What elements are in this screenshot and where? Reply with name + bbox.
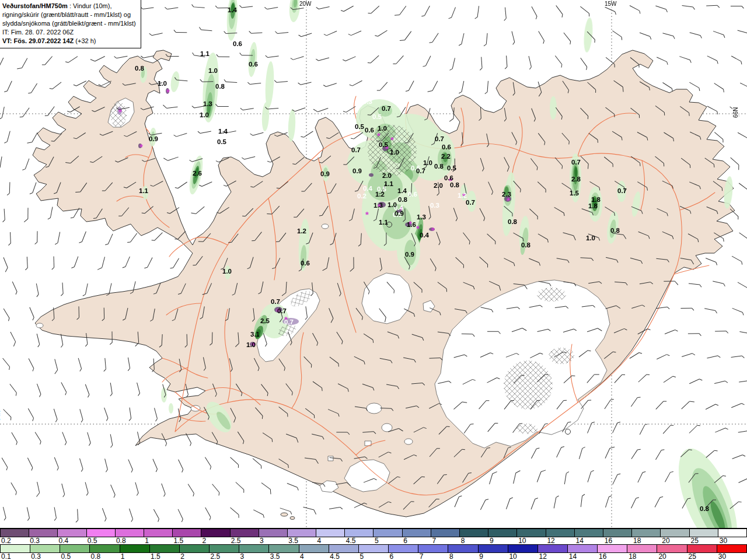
precip-value-label: 1.0 [222,268,232,275]
precip-value-label: 1.1 [379,219,389,226]
precip-value-label: 0.7 [617,187,627,194]
precip-value-label: 0.6 [408,191,417,198]
sleet-snow-segment [58,529,86,537]
precip-value-label: 0.7 [284,318,294,326]
precip-value-label: 0.8 [215,83,225,90]
precip-value-label: 0.7 [466,199,475,206]
precip-value-label: 0.9 [149,135,158,142]
hatch-area [537,288,566,302]
rain-segment [657,545,687,552]
rain-segment [329,545,359,552]
sleet-snow-segment [632,529,661,537]
legend-tick-label: 1.5 [173,537,183,544]
legend-tick-label: 0.8 [116,537,126,544]
precip-value-label: 0.4 [363,185,373,192]
precip-value-label: 1.3 [203,100,212,107]
legend-tick-label: 0.2 [1,537,11,544]
precip-value-label: 0.3 [430,202,439,209]
precip-value-label: 2.5 [260,317,270,324]
legend-tick-label: 0.5 [61,553,71,560]
hatch-area [504,360,553,410]
legend-tick-label: 16 [599,553,606,560]
legend-tick-label: 9 [490,537,494,544]
sleet-snow-segment [116,529,144,537]
precip-value-label: 0.4 [420,232,430,239]
rain-segment [389,545,418,552]
precip-value-label: 2.3 [502,191,511,198]
precip-value-label: 0.5 [217,138,227,145]
lake [404,439,413,444]
legend-tick-label: 16 [605,537,612,544]
legend-tick-label: 18 [629,553,636,560]
legend-tick-label: 4 [317,537,322,544]
rain-segment [0,545,30,552]
precip-value-label: 0.7 [271,298,280,305]
rain-segment [180,545,210,552]
precip-value-label: 1.4 [228,6,238,13]
legend-tick-label: 0.3 [31,553,41,560]
precip-value-label: 1.0 [388,201,397,208]
sleet-snow-segment [403,529,431,537]
sleet-marker: * [390,135,394,145]
sleet-snow-segment [718,529,747,537]
sleet-snow-segment [374,529,402,537]
rain-segment [687,545,717,552]
meridian-label: 20W [299,1,312,7]
title-line-1: Veðurstofan/HM750m : Vindur (10m), [2,2,138,10]
parallel-label: 64N [0,410,1,422]
glacier-snaefellsjokull [36,323,43,328]
sleet-snow-colorbar [0,528,747,537]
sleet-snow-segment [517,529,546,537]
rain-segment [210,545,239,552]
hatch-area [516,424,537,434]
sleet-snow-segment [690,529,718,537]
precip-value-label: 0.8 [700,505,710,512]
precip-value-label: 0.9 [395,210,404,217]
sleet-snow-segment [345,529,374,537]
precip-value-label: 0.8 [610,227,620,234]
model-name: Veðurstofan/HM750m [2,2,68,9]
sleet-marker: * [118,107,122,117]
lake [366,403,382,414]
legend-tick-label: 14 [576,537,584,544]
precip-value-label: 1.1 [200,50,210,57]
legend-tick-label: 8 [461,537,465,544]
legend-tick-label: 30 [720,537,727,544]
rain-segment [568,545,598,552]
precip-value-label: 0.6 [233,40,242,47]
precip-value-label: 0.8 [135,65,145,72]
precip-value-label: 0.3 [363,98,372,105]
precip-value-label: 1.4 [397,187,407,194]
sleet-snow-segment [603,529,632,537]
precip-value-label: 0.7 [416,167,425,174]
sleet-patch [369,173,374,177]
precip-value-label: 0.8 [398,196,408,203]
legend-tick-label: 2 [180,553,184,560]
precip-value-label: 1.0 [158,80,167,87]
rain-segment [239,545,269,552]
rain-segment [150,545,180,552]
rain-segment [627,545,657,552]
rain-segment [479,545,508,552]
precip-value-label: 0.9 [405,251,414,258]
legend-tick-label: 10 [518,537,526,544]
precip-value-label: 0.5 [379,141,389,148]
precip-value-label: 2.0 [382,172,392,179]
legend-tick-label: 18 [633,537,641,544]
legend-tick-label: 25 [691,537,699,544]
sleet-marker: * [431,225,435,235]
rain-segment [538,545,568,552]
sleet-snow-segment [460,529,488,537]
precip-value-label: 1.3 [417,214,426,220]
precip-value-label: 0.9 [352,167,362,174]
legend-tick-label: 2.5 [231,537,241,544]
sleet-snow-segment [546,529,575,537]
legend-tick-label: 12 [547,537,554,544]
precip-value-label: 2.2 [441,153,451,160]
rain-segment [269,545,299,552]
precip-value-label: 0.6 [249,61,258,68]
legend-tick-label: 0.4 [58,537,68,544]
precip-value-label: 1.8 [588,202,598,209]
sleet-snow-segment [288,529,316,537]
legend-tick-label: 25 [689,553,696,560]
